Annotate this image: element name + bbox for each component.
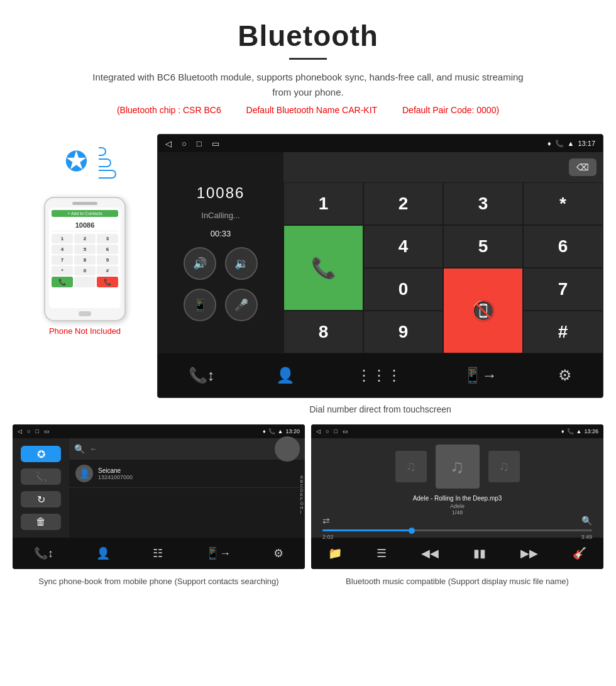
phone-transfer-icon: 📱→ xyxy=(463,367,497,384)
music-track-counter: 1/48 xyxy=(413,509,502,516)
key-9[interactable]: 9 xyxy=(363,311,443,353)
dial-bottom-dialpad-icon[interactable]: ⋮⋮⋮ xyxy=(356,367,402,384)
key-5[interactable]: 5 xyxy=(443,225,523,268)
music-equalizer-icon[interactable]: 🎸 xyxy=(573,546,586,560)
key-2[interactable]: 2 xyxy=(363,182,443,225)
backspace-button[interactable]: ⌫ xyxy=(569,158,597,176)
contacts-icon: 👤 xyxy=(276,367,295,384)
alpha-d: D xyxy=(300,488,304,492)
key-hash[interactable]: # xyxy=(523,311,603,353)
key-7[interactable]: 7 xyxy=(523,268,603,311)
shuffle-icon[interactable]: ⇄ xyxy=(322,516,330,526)
music-artist: Adele xyxy=(413,503,502,509)
pb-contact-details: Seicane 13241007000 xyxy=(98,467,133,480)
pb-contact-name: Seicane xyxy=(98,467,133,474)
pb-bottom-settings[interactable]: ⚙ xyxy=(273,546,283,560)
dial-bottom-calls-icon[interactable]: 📞↕ xyxy=(189,367,215,384)
dial-bottom-contacts-icon[interactable]: 👤 xyxy=(276,367,295,384)
key-8[interactable]: 8 xyxy=(283,311,363,353)
call-green-button[interactable]: 📞 xyxy=(283,225,363,311)
volume-down-button[interactable]: 🔉 xyxy=(225,247,258,280)
key-6[interactable]: 6 xyxy=(523,225,603,268)
volume-up-button[interactable]: 🔊 xyxy=(184,247,216,280)
music-search-icon[interactable]: 🔍 xyxy=(581,516,592,526)
key-4[interactable]: 4 xyxy=(363,225,443,268)
recent-icon: □ xyxy=(197,139,202,148)
phone-top-bar xyxy=(49,202,121,205)
pb-bottom-transfer[interactable]: 📱→ xyxy=(206,546,231,560)
music-progress-track[interactable] xyxy=(322,529,592,531)
pb-call-icon: 📞 xyxy=(268,428,275,434)
menu-icon: ▭ xyxy=(212,139,219,148)
music-prev-icon[interactable]: ◀◀ xyxy=(421,546,439,560)
title-divider xyxy=(289,58,327,60)
music-next-icon[interactable]: ▶▶ xyxy=(520,546,538,560)
alpha-b: B xyxy=(300,479,304,484)
page-header: Bluetooth Integrated with BC6 Bluetooth … xyxy=(0,0,616,128)
pb-bottom-calls[interactable]: 📞↕ xyxy=(34,546,53,560)
phone-mockup: + Add to Contacts 10086 1 2 3 4 5 6 7 8 … xyxy=(44,197,126,321)
pb-nav-icons: ◁ ○ □ ▭ xyxy=(18,428,50,434)
pb-contact-avatar: 👤 xyxy=(75,465,93,482)
music-info: Adele - Rolling In the Deep.mp3 Adele 1/… xyxy=(413,495,502,516)
dial-bottom-settings-icon[interactable]: ⚙ xyxy=(558,367,572,384)
phonebook-item: ◁ ○ □ ▭ ♦ 📞 ▲ 13:20 ✪ xyxy=(13,424,305,588)
phone-key-4: 4 xyxy=(52,245,73,254)
music-controls-top-row: ⇄ 🔍 xyxy=(317,516,597,526)
music-list-icon[interactable]: ☰ xyxy=(377,546,387,560)
pb-alpha-list: A B C D E F G H I xyxy=(299,473,305,506)
pb-bottom-dialpad[interactable]: ☷ xyxy=(153,546,163,560)
phone-side: ✪ + Add to Contacts 10086 1 2 3 4 5 xyxy=(13,134,157,336)
alpha-c: C xyxy=(300,484,304,488)
header-description: Integrated with BC6 Bluetooth module, su… xyxy=(88,70,528,100)
phone-key-0: 0 xyxy=(74,266,96,275)
pb-back-arrow[interactable]: ← xyxy=(90,445,97,453)
music-folder-icon[interactable]: 📁 xyxy=(328,546,342,560)
phone-keypad: 1 2 3 4 5 6 7 8 9 * 0 # 📞 📞 xyxy=(52,234,118,287)
key-star[interactable]: * xyxy=(523,182,603,225)
keypad-grid: 1 2 3 * 📞 4 5 6 0 📵 7 xyxy=(283,182,603,353)
music-progress-thumb[interactable] xyxy=(409,528,415,534)
call-red-button[interactable]: 📵 xyxy=(443,268,523,353)
pb-delete-icon[interactable]: 🗑 xyxy=(21,514,61,530)
dial-right-panel: ⌫ 1 2 3 * 📞 4 5 6 0 xyxy=(283,152,603,353)
status-icons: ♦ 📞 ▲ 13:17 xyxy=(547,140,595,148)
pb-bottom-contacts[interactable]: 👤 xyxy=(96,546,110,560)
pb-wifi-icon: ▲ xyxy=(278,428,283,434)
pb-caption-line1: Sync phone-book from mobile phone (Suppo… xyxy=(38,577,278,586)
call-end-icon: 📵 xyxy=(471,299,496,323)
key-0[interactable]: 0 xyxy=(363,268,443,311)
pb-sync-icon[interactable]: ↻ xyxy=(21,491,61,507)
dial-status-bar: ◁ ○ □ ▭ ♦ 📞 ▲ 13:17 xyxy=(158,135,603,152)
call-time: 00:33 xyxy=(211,229,231,238)
key-1[interactable]: 1 xyxy=(283,182,363,225)
pb-back-icon: ◁ xyxy=(18,428,22,434)
pb-phone-icon[interactable]: 📞 xyxy=(21,468,61,485)
music-play-pause-icon[interactable]: ▮▮ xyxy=(473,546,486,560)
pb-search-icon: 🔍 xyxy=(74,444,85,454)
phonebook-screen: ◁ ○ □ ▭ ♦ 📞 ▲ 13:20 ✪ xyxy=(13,424,305,569)
alpha-h: H xyxy=(300,506,304,510)
pb-time: 13:20 xyxy=(285,428,300,434)
mute-button[interactable]: 🎤 xyxy=(225,289,258,321)
transfer-button[interactable]: 📱 xyxy=(184,289,216,321)
key-3[interactable]: 3 xyxy=(443,182,523,225)
phone-key-5: 5 xyxy=(74,245,96,254)
bt-wave-small xyxy=(99,147,106,156)
sync-sidebar-icon: ↻ xyxy=(37,494,45,506)
phone-key-7: 7 xyxy=(52,255,73,265)
spec-name: Default Bluetooth Name CAR-KIT xyxy=(246,105,378,115)
music-note-center-icon: ♫ xyxy=(450,456,465,477)
phone-key-2: 2 xyxy=(74,234,96,243)
phone-number-display: 10086 xyxy=(52,219,118,231)
person-icon: 👤 xyxy=(79,468,90,479)
transfer-icon: 📱 xyxy=(193,298,207,312)
pb-bluetooth-icon[interactable]: ✪ xyxy=(21,446,61,462)
phone-key-6: 6 xyxy=(97,245,118,254)
music-menu-icon: ▭ xyxy=(343,428,348,434)
calls-icon: 📞↕ xyxy=(189,367,215,384)
pb-contact-row[interactable]: 👤 Seicane 13241007000 xyxy=(69,460,305,488)
page-title: Bluetooth xyxy=(13,19,603,53)
call-icon: 📞 xyxy=(555,140,564,148)
dial-bottom-transfer-icon[interactable]: 📱→ xyxy=(463,367,497,384)
